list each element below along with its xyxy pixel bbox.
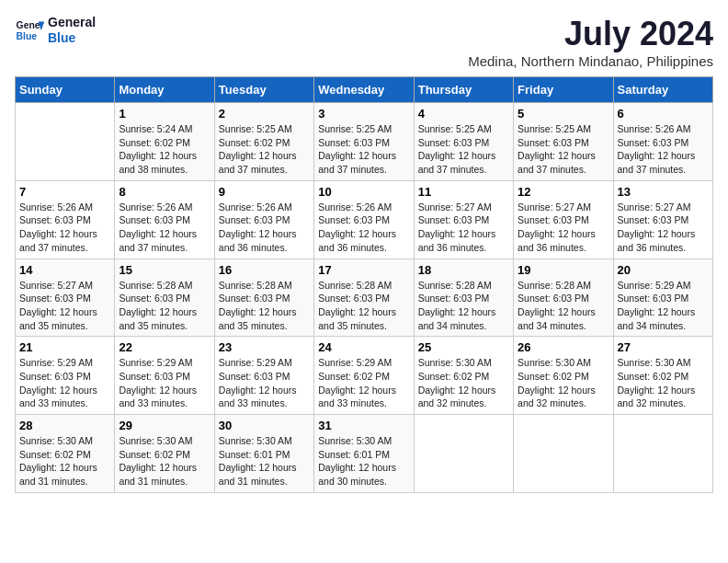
day-cell: 1Sunrise: 5:24 AM Sunset: 6:02 PM Daylig… — [115, 103, 214, 181]
day-number: 23 — [219, 340, 310, 354]
day-info: Sunrise: 5:29 AM Sunset: 6:03 PM Dayligh… — [618, 279, 709, 333]
day-number: 17 — [318, 263, 409, 277]
week-row-3: 14Sunrise: 5:27 AM Sunset: 6:03 PM Dayli… — [16, 259, 713, 337]
weekday-header-thursday: Thursday — [414, 77, 513, 103]
day-number: 19 — [518, 263, 609, 277]
day-info: Sunrise: 5:30 AM Sunset: 6:02 PM Dayligh… — [19, 434, 110, 488]
day-cell: 6Sunrise: 5:26 AM Sunset: 6:03 PM Daylig… — [613, 103, 712, 181]
day-info: Sunrise: 5:27 AM Sunset: 6:03 PM Dayligh… — [618, 201, 709, 255]
day-info: Sunrise: 5:26 AM Sunset: 6:03 PM Dayligh… — [219, 201, 310, 255]
day-number: 12 — [518, 185, 609, 199]
page-header: General Blue General Blue July 2024 Medi… — [15, 15, 713, 69]
day-number: 16 — [219, 263, 310, 277]
day-info: Sunrise: 5:26 AM Sunset: 6:03 PM Dayligh… — [19, 201, 110, 255]
day-info: Sunrise: 5:28 AM Sunset: 6:03 PM Dayligh… — [418, 279, 509, 333]
day-cell — [16, 103, 115, 181]
svg-text:Blue: Blue — [17, 30, 38, 40]
day-cell: 22Sunrise: 5:29 AM Sunset: 6:03 PM Dayli… — [115, 337, 214, 415]
week-row-4: 21Sunrise: 5:29 AM Sunset: 6:03 PM Dayli… — [16, 337, 713, 415]
day-cell — [514, 415, 613, 493]
day-number: 10 — [318, 185, 409, 199]
day-number: 29 — [119, 419, 210, 432]
week-row-5: 28Sunrise: 5:30 AM Sunset: 6:02 PM Dayli… — [16, 415, 713, 493]
day-cell — [613, 415, 712, 493]
day-cell: 9Sunrise: 5:26 AM Sunset: 6:03 PM Daylig… — [214, 180, 313, 259]
day-cell: 14Sunrise: 5:27 AM Sunset: 6:03 PM Dayli… — [16, 259, 115, 337]
day-cell: 12Sunrise: 5:27 AM Sunset: 6:03 PM Dayli… — [514, 180, 613, 259]
week-row-1: 1Sunrise: 5:24 AM Sunset: 6:02 PM Daylig… — [16, 103, 713, 181]
day-cell: 29Sunrise: 5:30 AM Sunset: 6:02 PM Dayli… — [115, 415, 214, 493]
weekday-header-saturday: Saturday — [613, 77, 712, 103]
day-info: Sunrise: 5:25 AM Sunset: 6:03 PM Dayligh… — [418, 122, 509, 177]
day-info: Sunrise: 5:26 AM Sunset: 6:03 PM Dayligh… — [318, 201, 409, 255]
day-number: 6 — [618, 107, 709, 121]
day-cell: 7Sunrise: 5:26 AM Sunset: 6:03 PM Daylig… — [16, 180, 115, 259]
day-cell: 28Sunrise: 5:30 AM Sunset: 6:02 PM Dayli… — [16, 415, 115, 493]
day-number: 22 — [119, 340, 210, 354]
day-number: 30 — [219, 419, 310, 432]
day-info: Sunrise: 5:30 AM Sunset: 6:02 PM Dayligh… — [618, 356, 709, 410]
day-info: Sunrise: 5:25 AM Sunset: 6:03 PM Dayligh… — [318, 122, 409, 177]
day-number: 1 — [119, 107, 210, 121]
logo-icon: General Blue — [15, 16, 44, 45]
logo: General Blue General Blue — [15, 15, 96, 46]
day-number: 9 — [219, 185, 310, 199]
weekday-header-monday: Monday — [115, 77, 214, 103]
day-number: 15 — [119, 263, 210, 277]
week-row-2: 7Sunrise: 5:26 AM Sunset: 6:03 PM Daylig… — [16, 180, 713, 259]
day-cell: 23Sunrise: 5:29 AM Sunset: 6:03 PM Dayli… — [214, 337, 313, 415]
day-number: 11 — [418, 185, 509, 199]
weekday-header-tuesday: Tuesday — [214, 77, 313, 103]
day-number: 4 — [418, 107, 509, 121]
day-info: Sunrise: 5:30 AM Sunset: 6:02 PM Dayligh… — [518, 356, 609, 410]
day-number: 8 — [119, 185, 210, 199]
day-info: Sunrise: 5:27 AM Sunset: 6:03 PM Dayligh… — [418, 201, 509, 255]
day-number: 24 — [318, 340, 409, 354]
day-number: 26 — [518, 340, 609, 354]
day-number: 25 — [418, 340, 509, 354]
day-number: 27 — [618, 340, 709, 354]
day-cell: 31Sunrise: 5:30 AM Sunset: 6:01 PM Dayli… — [314, 415, 414, 493]
day-info: Sunrise: 5:29 AM Sunset: 6:02 PM Dayligh… — [318, 356, 409, 410]
day-info: Sunrise: 5:28 AM Sunset: 6:03 PM Dayligh… — [119, 279, 210, 333]
weekday-header-sunday: Sunday — [16, 77, 115, 103]
day-number: 31 — [318, 419, 409, 432]
day-info: Sunrise: 5:30 AM Sunset: 6:02 PM Dayligh… — [418, 356, 509, 410]
month-year-title: July 2024 — [468, 15, 713, 53]
day-cell: 18Sunrise: 5:28 AM Sunset: 6:03 PM Dayli… — [414, 259, 513, 337]
logo-text-blue: Blue — [48, 30, 96, 46]
day-info: Sunrise: 5:26 AM Sunset: 6:03 PM Dayligh… — [119, 201, 210, 255]
title-area: July 2024 Medina, Northern Mindanao, Phi… — [468, 15, 713, 69]
day-cell: 20Sunrise: 5:29 AM Sunset: 6:03 PM Dayli… — [613, 259, 712, 337]
day-info: Sunrise: 5:29 AM Sunset: 6:03 PM Dayligh… — [219, 356, 310, 410]
day-number: 2 — [219, 107, 310, 121]
day-cell: 2Sunrise: 5:25 AM Sunset: 6:02 PM Daylig… — [214, 103, 313, 181]
day-cell: 11Sunrise: 5:27 AM Sunset: 6:03 PM Dayli… — [414, 180, 513, 259]
day-cell: 24Sunrise: 5:29 AM Sunset: 6:02 PM Dayli… — [314, 337, 414, 415]
day-cell: 3Sunrise: 5:25 AM Sunset: 6:03 PM Daylig… — [314, 103, 414, 181]
day-cell: 10Sunrise: 5:26 AM Sunset: 6:03 PM Dayli… — [314, 180, 414, 259]
day-cell: 25Sunrise: 5:30 AM Sunset: 6:02 PM Dayli… — [414, 337, 513, 415]
day-cell: 19Sunrise: 5:28 AM Sunset: 6:03 PM Dayli… — [514, 259, 613, 337]
day-cell: 27Sunrise: 5:30 AM Sunset: 6:02 PM Dayli… — [613, 337, 712, 415]
day-cell: 13Sunrise: 5:27 AM Sunset: 6:03 PM Dayli… — [613, 180, 712, 259]
day-info: Sunrise: 5:28 AM Sunset: 6:03 PM Dayligh… — [219, 279, 310, 333]
logo-text-general: General — [48, 15, 96, 30]
day-info: Sunrise: 5:26 AM Sunset: 6:03 PM Dayligh… — [618, 122, 709, 177]
day-number: 5 — [518, 107, 609, 121]
day-number: 20 — [618, 263, 709, 277]
day-number: 14 — [19, 263, 110, 277]
weekday-header-wednesday: Wednesday — [314, 77, 414, 103]
day-info: Sunrise: 5:25 AM Sunset: 6:03 PM Dayligh… — [518, 122, 609, 177]
day-info: Sunrise: 5:30 AM Sunset: 6:01 PM Dayligh… — [219, 434, 310, 488]
day-cell: 15Sunrise: 5:28 AM Sunset: 6:03 PM Dayli… — [115, 259, 214, 337]
day-info: Sunrise: 5:30 AM Sunset: 6:02 PM Dayligh… — [119, 434, 210, 488]
day-cell: 17Sunrise: 5:28 AM Sunset: 6:03 PM Dayli… — [314, 259, 414, 337]
day-info: Sunrise: 5:27 AM Sunset: 6:03 PM Dayligh… — [518, 201, 609, 255]
day-info: Sunrise: 5:24 AM Sunset: 6:02 PM Dayligh… — [119, 122, 210, 177]
day-number: 28 — [19, 419, 110, 432]
weekday-header-friday: Friday — [514, 77, 613, 103]
day-info: Sunrise: 5:27 AM Sunset: 6:03 PM Dayligh… — [19, 279, 110, 333]
day-cell: 4Sunrise: 5:25 AM Sunset: 6:03 PM Daylig… — [414, 103, 513, 181]
day-info: Sunrise: 5:28 AM Sunset: 6:03 PM Dayligh… — [318, 279, 409, 333]
